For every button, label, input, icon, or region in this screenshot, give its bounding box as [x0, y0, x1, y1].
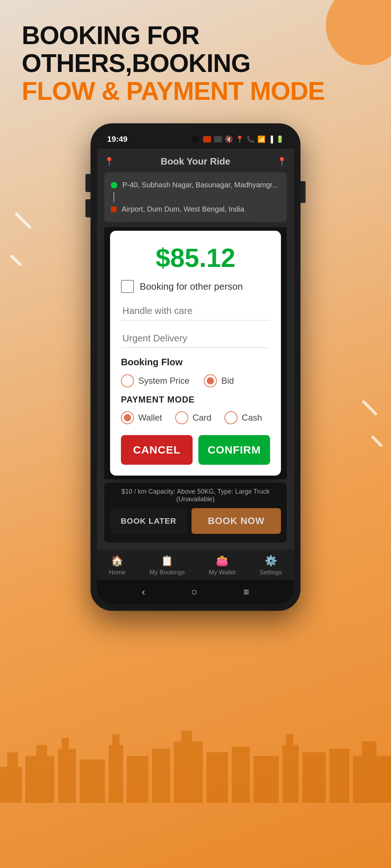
system-price-label: System Price — [138, 376, 189, 386]
system-price-option[interactable]: System Price — [121, 374, 189, 387]
svg-rect-20 — [353, 756, 391, 803]
svg-rect-12 — [181, 731, 192, 741]
phone-outer: 19:49 🔇 📍 📞 📶 ▐ 🔋 📍 — [91, 123, 300, 611]
home-icon: 🏠 — [111, 555, 123, 567]
booking-flow-group: System Price Bid — [121, 374, 270, 387]
booking-other-row[interactable]: Booking for other person — [121, 280, 270, 293]
card-option[interactable]: Card — [175, 411, 211, 424]
svg-rect-0 — [0, 767, 22, 803]
bookings-icon: 📋 — [161, 555, 173, 567]
app-header-row: 📍 Book Your Ride 📍 — [104, 156, 287, 167]
wallet-radio[interactable] — [121, 411, 134, 424]
wallet-radio-fill — [124, 414, 131, 421]
phone-screen: 19:49 🔇 📍 📞 📶 ▐ 🔋 📍 — [97, 130, 294, 604]
settings-icon: ⚙️ — [265, 555, 277, 567]
card-radio[interactable] — [175, 411, 188, 424]
app-icon-1 — [203, 136, 211, 142]
wifi-icon: 📶 — [257, 135, 265, 143]
map-marker-right: 📍 — [277, 157, 287, 166]
system-nav-bar: ‹ ○ ≡ — [97, 580, 294, 604]
svg-rect-22 — [175, 731, 176, 739]
card-label: Card — [193, 413, 211, 423]
bid-radio-fill — [207, 377, 214, 384]
origin-dot — [111, 182, 117, 188]
bookings-label: My Bookings — [150, 569, 185, 576]
nav-settings[interactable]: ⚙️ Settings — [260, 555, 282, 576]
destination-row: Airport, Dum Dum, West Bengal, India — [111, 202, 280, 216]
payment-mode-group: Wallet Card Cash — [121, 411, 270, 424]
booking-flow-title: Booking Flow — [121, 357, 270, 368]
wallet-nav-icon: 👛 — [216, 555, 228, 567]
handle-with-care-input[interactable] — [121, 302, 270, 320]
modal-overlay: $85.12 Booking for other person Booking … — [104, 227, 287, 479]
bid-option[interactable]: Bid — [204, 374, 234, 387]
svg-rect-11 — [174, 741, 203, 803]
destination-dot — [111, 207, 117, 212]
power-button — [300, 181, 306, 203]
signal-icon: ▐ — [268, 136, 273, 143]
cancel-button[interactable]: CANCEL — [121, 435, 193, 465]
status-icons: 🔇 📍 📞 📶 ▐ 🔋 — [203, 135, 284, 143]
back-button[interactable]: ‹ — [142, 586, 145, 598]
city-bg — [0, 694, 391, 803]
app-icon-2 — [214, 136, 222, 142]
action-buttons: CANCEL CONFIRM — [121, 435, 270, 465]
battery-icon: 🔋 — [276, 135, 284, 143]
phone-wrapper: 19:49 🔇 📍 📞 📶 ▐ 🔋 📍 — [0, 123, 391, 611]
booking-other-checkbox[interactable] — [121, 280, 134, 293]
urgent-delivery-input[interactable] — [121, 329, 270, 348]
camera-dot — [192, 136, 199, 143]
svg-rect-18 — [302, 752, 326, 803]
svg-rect-19 — [329, 749, 349, 803]
svg-rect-16 — [282, 745, 299, 803]
location-icon: 📍 — [236, 135, 244, 143]
system-price-radio[interactable] — [121, 374, 134, 387]
nav-wallet[interactable]: 👛 My Wallet — [209, 555, 236, 576]
svg-rect-3 — [36, 745, 47, 756]
cash-label: Cash — [242, 413, 262, 423]
bid-label: Bid — [221, 376, 234, 386]
vol-up-button — [85, 174, 91, 192]
mute-icon: 🔇 — [225, 135, 233, 143]
modal-card: $85.12 Booking for other person Booking … — [110, 231, 281, 476]
home-system-button[interactable]: ○ — [191, 586, 197, 598]
app-title: Book Your Ride — [161, 156, 231, 167]
cash-radio[interactable] — [224, 411, 237, 424]
price-display: $85.12 — [121, 243, 270, 273]
svg-rect-17 — [286, 734, 293, 745]
bottom-action-buttons: BOOK LATER BOOK NOW — [110, 508, 281, 534]
route-connector — [113, 192, 114, 202]
home-label: Home — [109, 569, 125, 576]
svg-rect-6 — [80, 760, 105, 803]
bid-radio[interactable] — [204, 374, 217, 387]
svg-rect-21 — [362, 741, 377, 756]
payment-mode-title: PAYMENT MODE — [121, 395, 270, 405]
header-section: BOOKING FOR OTHERS,BOOKING FLOW & PAYMEN… — [0, 0, 391, 116]
app-background: 📍 Book Your Ride 📍 P-40, Subhash Nagar, … — [97, 149, 294, 550]
svg-rect-8 — [112, 734, 119, 745]
header-title-line1: BOOKING FOR OTHERS,BOOKING — [22, 22, 369, 77]
svg-rect-9 — [127, 756, 148, 803]
cash-option[interactable]: Cash — [224, 411, 262, 424]
svg-rect-13 — [206, 752, 228, 803]
origin-text: P-40, Subhash Nagar, Basunagar, Madhyamg… — [122, 181, 278, 189]
wallet-option[interactable]: Wallet — [121, 411, 162, 424]
call-icon: 📞 — [247, 135, 255, 143]
bottom-app-section: $10 / km Capacity: Above 50KG, Type: Lar… — [104, 483, 287, 542]
svg-rect-2 — [25, 756, 54, 803]
settings-label: Settings — [260, 569, 282, 576]
bottom-nav: 🏠 Home 📋 My Bookings 👛 My Wallet ⚙️ Sett… — [97, 550, 294, 580]
svg-rect-5 — [62, 738, 69, 749]
book-later-button[interactable]: BOOK LATER — [110, 508, 187, 534]
svg-rect-4 — [58, 749, 76, 803]
nav-bookings[interactable]: 📋 My Bookings — [150, 555, 185, 576]
map-markers: 📍 — [104, 157, 114, 166]
svg-rect-14 — [232, 747, 250, 803]
confirm-button[interactable]: CONFIRM — [198, 435, 270, 465]
svg-rect-1 — [7, 752, 18, 767]
book-now-button[interactable]: BOOK NOW — [192, 508, 281, 534]
nav-home[interactable]: 🏠 Home — [109, 555, 125, 576]
menu-system-button[interactable]: ≡ — [243, 586, 249, 598]
svg-rect-10 — [152, 749, 170, 803]
svg-rect-7 — [109, 745, 123, 803]
